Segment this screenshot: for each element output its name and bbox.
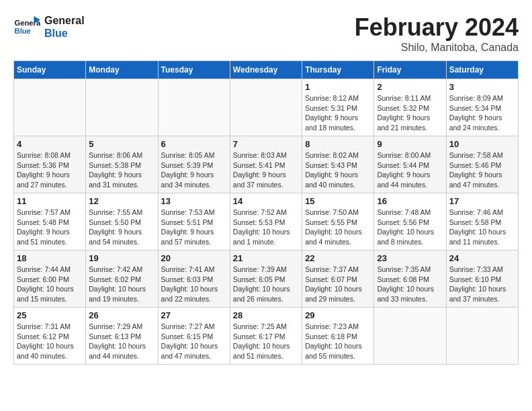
logo-text: GeneralBlue: [44, 14, 85, 40]
cell-day-number: 9: [377, 139, 443, 149]
calendar-cell: 15Sunrise: 7:50 AM Sunset: 5:55 PM Dayli…: [302, 193, 374, 250]
location-subtitle: Shilo, Manitoba, Canada: [355, 42, 519, 54]
cell-info: Sunrise: 7:44 AM Sunset: 6:00 PM Dayligh…: [17, 265, 83, 304]
calendar-cell: 25Sunrise: 7:31 AM Sunset: 6:12 PM Dayli…: [14, 308, 86, 365]
cell-info: Sunrise: 7:52 AM Sunset: 5:53 PM Dayligh…: [233, 208, 299, 247]
calendar-week-1: 1Sunrise: 8:12 AM Sunset: 5:31 PM Daylig…: [14, 79, 519, 136]
cell-day-number: 2: [377, 82, 443, 92]
calendar-cell: 11Sunrise: 7:57 AM Sunset: 5:48 PM Dayli…: [14, 193, 86, 250]
cell-info: Sunrise: 8:03 AM Sunset: 5:41 PM Dayligh…: [233, 150, 299, 190]
calendar-cell: 1Sunrise: 8:12 AM Sunset: 5:31 PM Daylig…: [302, 79, 374, 136]
cell-day-number: 26: [89, 310, 154, 320]
svg-text:Blue: Blue: [15, 27, 31, 35]
calendar-cell: 28Sunrise: 7:25 AM Sunset: 6:17 PM Dayli…: [230, 308, 302, 365]
cell-info: Sunrise: 7:58 AM Sunset: 5:46 PM Dayligh…: [449, 150, 515, 190]
cell-info: Sunrise: 7:29 AM Sunset: 6:13 PM Dayligh…: [89, 322, 154, 361]
page-header: General Blue GeneralBlue February 2024 S…: [13, 13, 519, 54]
cell-day-number: 25: [17, 310, 83, 320]
cell-info: Sunrise: 7:41 AM Sunset: 6:03 PM Dayligh…: [161, 265, 227, 304]
cell-day-number: 5: [89, 139, 154, 149]
cell-info: Sunrise: 8:06 AM Sunset: 5:38 PM Dayligh…: [89, 150, 154, 190]
cell-day-number: 6: [161, 139, 227, 149]
calendar-cell: [86, 79, 158, 136]
weekday-header-tuesday: Tuesday: [158, 61, 230, 79]
cell-day-number: 8: [305, 139, 371, 149]
cell-info: Sunrise: 7:48 AM Sunset: 5:56 PM Dayligh…: [377, 208, 443, 247]
weekday-header-saturday: Saturday: [446, 61, 518, 79]
calendar-week-3: 11Sunrise: 7:57 AM Sunset: 5:48 PM Dayli…: [14, 193, 519, 250]
weekday-header-wednesday: Wednesday: [230, 61, 302, 79]
logo: General Blue GeneralBlue: [13, 13, 85, 40]
calendar-cell: 2Sunrise: 8:11 AM Sunset: 5:32 PM Daylig…: [374, 79, 446, 136]
cell-info: Sunrise: 8:02 AM Sunset: 5:43 PM Dayligh…: [305, 150, 371, 190]
cell-info: Sunrise: 7:31 AM Sunset: 6:12 PM Dayligh…: [17, 322, 83, 361]
calendar-cell: 5Sunrise: 8:06 AM Sunset: 5:38 PM Daylig…: [86, 136, 158, 193]
calendar-cell: 6Sunrise: 8:05 AM Sunset: 5:39 PM Daylig…: [158, 136, 230, 193]
calendar-cell: 3Sunrise: 8:09 AM Sunset: 5:34 PM Daylig…: [446, 79, 518, 136]
cell-day-number: 11: [17, 196, 83, 206]
calendar-cell: [158, 79, 230, 136]
cell-info: Sunrise: 7:55 AM Sunset: 5:50 PM Dayligh…: [89, 208, 154, 247]
cell-day-number: 28: [233, 310, 299, 320]
calendar-cell: 24Sunrise: 7:33 AM Sunset: 6:10 PM Dayli…: [446, 250, 518, 308]
cell-info: Sunrise: 8:08 AM Sunset: 5:36 PM Dayligh…: [17, 150, 83, 190]
calendar-cell: 9Sunrise: 8:00 AM Sunset: 5:44 PM Daylig…: [374, 136, 446, 193]
cell-day-number: 10: [449, 139, 515, 149]
cell-day-number: 17: [449, 196, 515, 206]
cell-info: Sunrise: 7:39 AM Sunset: 6:05 PM Dayligh…: [233, 265, 299, 304]
calendar-cell: 7Sunrise: 8:03 AM Sunset: 5:41 PM Daylig…: [230, 136, 302, 193]
cell-info: Sunrise: 7:23 AM Sunset: 6:18 PM Dayligh…: [305, 322, 371, 361]
calendar-cell: 13Sunrise: 7:53 AM Sunset: 5:51 PM Dayli…: [158, 193, 230, 250]
calendar-week-5: 25Sunrise: 7:31 AM Sunset: 6:12 PM Dayli…: [14, 308, 519, 365]
weekday-header-thursday: Thursday: [302, 61, 374, 79]
cell-day-number: 16: [377, 196, 443, 206]
cell-day-number: 29: [305, 310, 371, 320]
calendar-cell: 16Sunrise: 7:48 AM Sunset: 5:56 PM Dayli…: [374, 193, 446, 250]
month-title: February 2024: [355, 13, 519, 42]
cell-day-number: 21: [233, 253, 299, 263]
calendar-cell: 8Sunrise: 8:02 AM Sunset: 5:43 PM Daylig…: [302, 136, 374, 193]
calendar-week-2: 4Sunrise: 8:08 AM Sunset: 5:36 PM Daylig…: [14, 136, 519, 193]
weekday-header-sunday: Sunday: [14, 61, 86, 79]
cell-info: Sunrise: 7:35 AM Sunset: 6:08 PM Dayligh…: [377, 265, 443, 304]
calendar-cell: [446, 308, 518, 365]
calendar-cell: 21Sunrise: 7:39 AM Sunset: 6:05 PM Dayli…: [230, 250, 302, 308]
cell-day-number: 13: [161, 196, 227, 206]
cell-info: Sunrise: 7:27 AM Sunset: 6:15 PM Dayligh…: [161, 322, 227, 361]
cell-day-number: 12: [89, 196, 154, 206]
calendar-cell: 12Sunrise: 7:55 AM Sunset: 5:50 PM Dayli…: [86, 193, 158, 250]
weekday-header-friday: Friday: [374, 61, 446, 79]
cell-day-number: 27: [161, 310, 227, 320]
calendar-cell: 19Sunrise: 7:42 AM Sunset: 6:02 PM Dayli…: [86, 250, 158, 308]
cell-day-number: 20: [161, 253, 227, 263]
cell-day-number: 18: [17, 253, 83, 263]
cell-info: Sunrise: 8:09 AM Sunset: 5:34 PM Dayligh…: [449, 93, 515, 133]
cell-info: Sunrise: 8:11 AM Sunset: 5:32 PM Dayligh…: [377, 93, 443, 133]
weekday-header-monday: Monday: [86, 61, 158, 79]
calendar-cell: [374, 308, 446, 365]
cell-info: Sunrise: 8:12 AM Sunset: 5:31 PM Dayligh…: [305, 93, 371, 133]
cell-day-number: 3: [449, 82, 515, 92]
calendar-cell: 27Sunrise: 7:27 AM Sunset: 6:15 PM Dayli…: [158, 308, 230, 365]
calendar-cell: 20Sunrise: 7:41 AM Sunset: 6:03 PM Dayli…: [158, 250, 230, 308]
calendar-cell: 17Sunrise: 7:46 AM Sunset: 5:58 PM Dayli…: [446, 193, 518, 250]
cell-day-number: 4: [17, 139, 83, 149]
cell-day-number: 1: [305, 82, 371, 92]
cell-info: Sunrise: 7:50 AM Sunset: 5:55 PM Dayligh…: [305, 208, 371, 247]
cell-info: Sunrise: 7:42 AM Sunset: 6:02 PM Dayligh…: [89, 265, 154, 304]
cell-info: Sunrise: 7:37 AM Sunset: 6:07 PM Dayligh…: [305, 265, 371, 304]
calendar-cell: 26Sunrise: 7:29 AM Sunset: 6:13 PM Dayli…: [86, 308, 158, 365]
calendar-week-4: 18Sunrise: 7:44 AM Sunset: 6:00 PM Dayli…: [14, 250, 519, 308]
calendar-cell: 4Sunrise: 8:08 AM Sunset: 5:36 PM Daylig…: [14, 136, 86, 193]
cell-info: Sunrise: 8:05 AM Sunset: 5:39 PM Dayligh…: [161, 150, 227, 190]
cell-day-number: 14: [233, 196, 299, 206]
calendar-table: SundayMondayTuesdayWednesdayThursdayFrid…: [13, 60, 519, 365]
weekday-header-row: SundayMondayTuesdayWednesdayThursdayFrid…: [14, 61, 519, 79]
cell-info: Sunrise: 7:33 AM Sunset: 6:10 PM Dayligh…: [449, 265, 515, 304]
calendar-cell: 23Sunrise: 7:35 AM Sunset: 6:08 PM Dayli…: [374, 250, 446, 308]
logo-icon: General Blue: [13, 13, 40, 40]
calendar-cell: 22Sunrise: 7:37 AM Sunset: 6:07 PM Dayli…: [302, 250, 374, 308]
cell-day-number: 7: [233, 139, 299, 149]
cell-day-number: 19: [89, 253, 154, 263]
cell-info: Sunrise: 7:46 AM Sunset: 5:58 PM Dayligh…: [449, 208, 515, 247]
